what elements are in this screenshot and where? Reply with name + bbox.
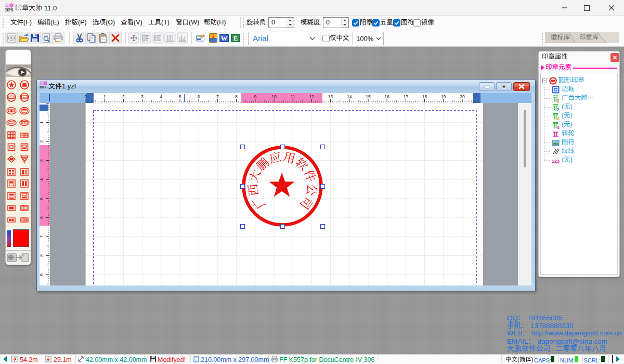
svg-text::: :: [266, 19, 268, 26]
svg-text:18: 18: [422, 94, 427, 99]
svg-text:(O): (O): [106, 19, 115, 26]
svg-text:19: 19: [441, 94, 446, 99]
svg-text:5: 5: [40, 197, 44, 200]
svg-text:7: 7: [216, 94, 219, 99]
svg-text:(H): (H): [217, 19, 226, 26]
svg-text:): ): [570, 103, 573, 110]
svg-text:QQ: QQ: [507, 314, 518, 322]
svg-text:13788680230: 13788680230: [530, 322, 574, 330]
svg-text:3: 3: [141, 94, 144, 99]
svg-text:15: 15: [366, 94, 371, 99]
svg-text:(: (: [562, 121, 564, 128]
svg-text:1.yzf: 1.yzf: [62, 82, 76, 90]
svg-text:8: 8: [235, 94, 238, 99]
svg-text:20: 20: [460, 94, 465, 99]
svg-text:3: 3: [557, 116, 560, 121]
svg-text:(: (: [562, 112, 564, 119]
svg-text:3: 3: [40, 159, 44, 162]
svg-text:(T): (T): [161, 19, 170, 26]
svg-text:E: E: [233, 34, 238, 42]
svg-text:12: 12: [309, 94, 315, 99]
svg-text:): ): [531, 356, 534, 362]
svg-text:dapengsoft@sina.com: dapengsoft@sina.com: [538, 337, 608, 345]
svg-text:WEB: WEB: [507, 329, 523, 337]
svg-text:4: 4: [40, 178, 44, 181]
svg-text:10: 10: [271, 94, 277, 99]
svg-text:(V): (V): [134, 19, 142, 26]
svg-text:1: 1: [557, 98, 560, 103]
svg-text:(E): (E): [50, 19, 59, 26]
svg-text:17: 17: [404, 94, 409, 99]
svg-text:4: 4: [557, 125, 560, 129]
svg-text:0: 0: [85, 94, 87, 99]
svg-text:5: 5: [179, 94, 181, 99]
svg-text:6: 6: [198, 94, 200, 99]
svg-text:): ): [570, 112, 573, 119]
svg-text:781555005: 781555005: [527, 314, 563, 322]
svg-text:11: 11: [291, 94, 295, 99]
svg-text:9: 9: [254, 94, 256, 99]
svg-text:1: 1: [40, 121, 44, 124]
svg-text:123: 123: [552, 159, 560, 164]
svg-text:): ): [570, 156, 573, 163]
svg-text::: :: [320, 19, 322, 26]
svg-text:(: (: [517, 356, 519, 362]
svg-text:6: 6: [40, 216, 44, 219]
svg-text:1: 1: [103, 94, 106, 99]
svg-text:2: 2: [40, 140, 44, 142]
svg-text:(P): (P): [78, 19, 87, 26]
svg-text:(F): (F): [23, 19, 32, 26]
svg-text:9: 9: [40, 273, 44, 276]
svg-text:8: 8: [40, 254, 44, 257]
svg-text:7: 7: [40, 235, 44, 238]
svg-text:(W): (W): [189, 19, 199, 26]
svg-text:EMAIL: EMAIL: [507, 337, 528, 345]
svg-text:): ): [570, 121, 573, 128]
svg-text:2: 2: [122, 94, 125, 99]
svg-text:W: W: [221, 34, 228, 42]
svg-text:14: 14: [347, 94, 352, 99]
svg-text:13: 13: [328, 94, 333, 99]
svg-text:16: 16: [384, 94, 389, 99]
svg-text:(: (: [562, 103, 564, 110]
svg-text:http://www.dapengsoft.com.cn: http://www.dapengsoft.com.cn: [531, 329, 621, 337]
svg-text:(: (: [562, 156, 564, 163]
svg-text:2: 2: [557, 107, 560, 112]
svg-text:4: 4: [160, 94, 162, 99]
